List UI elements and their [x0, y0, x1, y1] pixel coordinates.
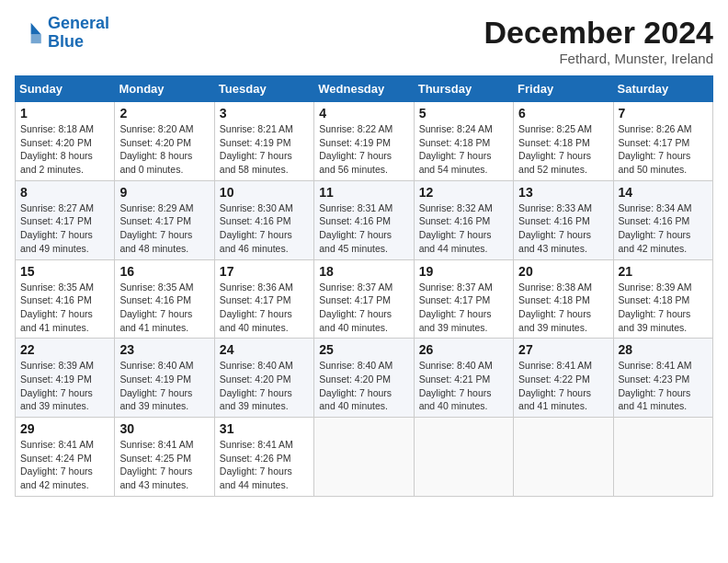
day-info: Sunrise: 8:35 AMSunset: 4:16 PMDaylight:… — [20, 281, 109, 335]
day-number: 9 — [119, 185, 209, 200]
header-wednesday: Wednesday — [314, 76, 414, 102]
calendar-week-row: 8Sunrise: 8:27 AMSunset: 4:17 PMDaylight… — [16, 180, 713, 259]
day-info: Sunrise: 8:25 AMSunset: 4:18 PMDaylight:… — [518, 122, 608, 177]
header-thursday: Thursday — [414, 76, 513, 102]
calendar-cell: 26Sunrise: 8:40 AMSunset: 4:21 PMDayligh… — [414, 339, 513, 418]
logo-general: General — [48, 14, 109, 32]
day-info: Sunrise: 8:22 AMSunset: 4:19 PMDaylight:… — [319, 122, 408, 177]
day-number: 15 — [20, 264, 109, 279]
calendar-cell: 15Sunrise: 8:35 AMSunset: 4:16 PMDayligh… — [16, 259, 115, 339]
day-number: 4 — [319, 106, 408, 121]
calendar-cell: 13Sunrise: 8:33 AMSunset: 4:16 PMDayligh… — [514, 180, 613, 259]
day-info: Sunrise: 8:37 AMSunset: 4:17 PMDaylight:… — [319, 281, 408, 335]
calendar-cell: 30Sunrise: 8:41 AMSunset: 4:25 PMDayligh… — [115, 418, 214, 497]
calendar-cell: 27Sunrise: 8:41 AMSunset: 4:22 PMDayligh… — [514, 339, 613, 418]
location-title: Fethard, Munster, Ireland — [483, 51, 713, 66]
calendar-cell: 5Sunrise: 8:24 AMSunset: 4:18 PMDaylight… — [414, 102, 513, 181]
day-number: 7 — [619, 106, 708, 121]
calendar-cell: 2Sunrise: 8:20 AMSunset: 4:20 PMDaylight… — [115, 102, 214, 181]
day-info: Sunrise: 8:18 AMSunset: 4:20 PMDaylight:… — [20, 122, 109, 177]
calendar-cell: 10Sunrise: 8:30 AMSunset: 4:16 PMDayligh… — [214, 180, 313, 259]
day-info: Sunrise: 8:20 AMSunset: 4:20 PMDaylight:… — [119, 122, 209, 177]
day-number: 18 — [319, 264, 408, 279]
calendar-cell: 6Sunrise: 8:25 AMSunset: 4:18 PMDaylight… — [514, 102, 613, 181]
day-number: 8 — [20, 185, 109, 200]
day-number: 24 — [220, 342, 309, 357]
calendar-cell: 14Sunrise: 8:34 AMSunset: 4:16 PMDayligh… — [613, 180, 712, 259]
day-info: Sunrise: 8:38 AMSunset: 4:18 PMDaylight:… — [518, 281, 608, 335]
day-number: 22 — [20, 342, 109, 357]
day-number: 12 — [419, 185, 508, 200]
calendar-week-row: 29Sunrise: 8:41 AMSunset: 4:24 PMDayligh… — [16, 418, 713, 497]
header-sunday: Sunday — [16, 76, 115, 102]
calendar-cell: 1Sunrise: 8:18 AMSunset: 4:20 PMDaylight… — [16, 102, 115, 181]
day-info: Sunrise: 8:40 AMSunset: 4:21 PMDaylight:… — [419, 359, 508, 413]
day-info: Sunrise: 8:41 AMSunset: 4:22 PMDaylight:… — [518, 359, 608, 413]
day-number: 30 — [119, 421, 209, 436]
day-info: Sunrise: 8:41 AMSunset: 4:24 PMDaylight:… — [20, 438, 109, 492]
day-info: Sunrise: 8:31 AMSunset: 4:16 PMDaylight:… — [319, 201, 408, 256]
day-number: 17 — [220, 264, 309, 279]
calendar-cell: 19Sunrise: 8:37 AMSunset: 4:17 PMDayligh… — [414, 259, 513, 339]
day-number: 14 — [619, 185, 708, 200]
day-info: Sunrise: 8:29 AMSunset: 4:17 PMDaylight:… — [119, 201, 209, 256]
day-number: 11 — [319, 185, 408, 200]
calendar-cell: 31Sunrise: 8:41 AMSunset: 4:26 PMDayligh… — [214, 418, 313, 497]
day-info: Sunrise: 8:21 AMSunset: 4:19 PMDaylight:… — [220, 122, 309, 177]
calendar-cell — [314, 418, 414, 497]
calendar-cell: 7Sunrise: 8:26 AMSunset: 4:17 PMDaylight… — [613, 102, 712, 181]
day-number: 25 — [319, 342, 408, 357]
calendar-cell: 8Sunrise: 8:27 AMSunset: 4:17 PMDaylight… — [16, 180, 115, 259]
day-info: Sunrise: 8:32 AMSunset: 4:16 PMDaylight:… — [419, 201, 508, 256]
calendar-week-row: 15Sunrise: 8:35 AMSunset: 4:16 PMDayligh… — [16, 259, 713, 339]
day-info: Sunrise: 8:40 AMSunset: 4:20 PMDaylight:… — [220, 359, 309, 413]
day-info: Sunrise: 8:33 AMSunset: 4:16 PMDaylight:… — [518, 201, 608, 256]
calendar-cell: 16Sunrise: 8:35 AMSunset: 4:16 PMDayligh… — [115, 259, 214, 339]
calendar-cell: 12Sunrise: 8:32 AMSunset: 4:16 PMDayligh… — [414, 180, 513, 259]
day-info: Sunrise: 8:35 AMSunset: 4:16 PMDaylight:… — [119, 281, 209, 335]
day-number: 2 — [119, 106, 209, 121]
logo-text: General Blue — [48, 15, 109, 52]
day-number: 27 — [518, 342, 608, 357]
logo: General Blue — [15, 15, 109, 52]
day-info: Sunrise: 8:40 AMSunset: 4:19 PMDaylight:… — [119, 359, 209, 413]
calendar-cell: 25Sunrise: 8:40 AMSunset: 4:20 PMDayligh… — [314, 339, 414, 418]
day-number: 20 — [518, 264, 608, 279]
calendar-cell: 29Sunrise: 8:41 AMSunset: 4:24 PMDayligh… — [16, 418, 115, 497]
day-number: 10 — [220, 185, 309, 200]
calendar-cell: 21Sunrise: 8:39 AMSunset: 4:18 PMDayligh… — [613, 259, 712, 339]
header-friday: Friday — [514, 76, 613, 102]
day-number: 21 — [619, 264, 708, 279]
day-number: 1 — [20, 106, 109, 121]
day-info: Sunrise: 8:40 AMSunset: 4:20 PMDaylight:… — [319, 359, 408, 413]
calendar-cell — [613, 418, 712, 497]
page-header: General Blue December 2024 Fethard, Muns… — [15, 15, 713, 66]
calendar-cell: 18Sunrise: 8:37 AMSunset: 4:17 PMDayligh… — [314, 259, 414, 339]
day-info: Sunrise: 8:27 AMSunset: 4:17 PMDaylight:… — [20, 201, 109, 256]
day-info: Sunrise: 8:30 AMSunset: 4:16 PMDaylight:… — [220, 201, 309, 256]
calendar-table: SundayMondayTuesdayWednesdayThursdayFrid… — [15, 75, 713, 497]
day-info: Sunrise: 8:39 AMSunset: 4:18 PMDaylight:… — [619, 281, 708, 335]
calendar-cell: 4Sunrise: 8:22 AMSunset: 4:19 PMDaylight… — [314, 102, 414, 181]
header-saturday: Saturday — [613, 76, 712, 102]
day-info: Sunrise: 8:36 AMSunset: 4:17 PMDaylight:… — [220, 281, 309, 335]
calendar-cell — [514, 418, 613, 497]
day-number: 19 — [419, 264, 508, 279]
calendar-cell: 20Sunrise: 8:38 AMSunset: 4:18 PMDayligh… — [514, 259, 613, 339]
day-number: 16 — [119, 264, 209, 279]
calendar-cell: 17Sunrise: 8:36 AMSunset: 4:17 PMDayligh… — [214, 259, 313, 339]
calendar-cell — [414, 418, 513, 497]
day-info: Sunrise: 8:37 AMSunset: 4:17 PMDaylight:… — [419, 281, 508, 335]
day-info: Sunrise: 8:26 AMSunset: 4:17 PMDaylight:… — [619, 122, 708, 177]
day-info: Sunrise: 8:24 AMSunset: 4:18 PMDaylight:… — [419, 122, 508, 177]
day-number: 5 — [419, 106, 508, 121]
day-info: Sunrise: 8:41 AMSunset: 4:26 PMDaylight:… — [220, 438, 309, 492]
svg-marker-0 — [31, 23, 41, 35]
day-number: 23 — [119, 342, 209, 357]
logo-icon — [15, 18, 44, 48]
day-info: Sunrise: 8:41 AMSunset: 4:25 PMDaylight:… — [119, 438, 209, 492]
calendar-cell: 28Sunrise: 8:41 AMSunset: 4:23 PMDayligh… — [613, 339, 712, 418]
day-number: 6 — [518, 106, 608, 121]
calendar-cell: 9Sunrise: 8:29 AMSunset: 4:17 PMDaylight… — [115, 180, 214, 259]
calendar-header-row: SundayMondayTuesdayWednesdayThursdayFrid… — [16, 76, 713, 102]
